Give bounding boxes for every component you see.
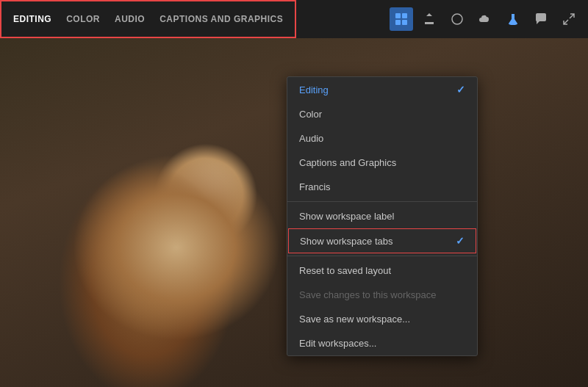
export-icon[interactable] bbox=[417, 7, 441, 31]
dropdown-item-captions-graphics[interactable]: Captions and Graphics bbox=[287, 151, 477, 175]
svg-rect-2 bbox=[395, 20, 401, 25]
dropdown-item-label: Captions and Graphics bbox=[299, 157, 396, 168]
dropdown-item-label: Show workspace label bbox=[299, 211, 394, 222]
tab-captions-graphics[interactable]: CAPTIONS AND GRAPHICS bbox=[152, 1, 290, 37]
speech-bubble-icon[interactable] bbox=[529, 7, 553, 31]
dropdown-divider-2 bbox=[287, 256, 477, 256]
dropdown-item-editing[interactable]: Editing ✓ bbox=[287, 77, 477, 102]
check-show-workspace-tabs: ✓ bbox=[456, 235, 465, 247]
dropdown-item-label: Audio bbox=[299, 133, 323, 144]
dropdown-item-francis[interactable]: Francis bbox=[287, 175, 477, 199]
workspace-dropdown: Editing ✓ Color Audio Captions and Graph… bbox=[287, 76, 478, 356]
cloud-icon[interactable] bbox=[473, 7, 497, 31]
dropdown-item-audio[interactable]: Audio bbox=[287, 126, 477, 151]
dropdown-item-show-workspace-label[interactable]: Show workspace label bbox=[287, 204, 477, 228]
dropdown-item-label: Show workspace tabs bbox=[300, 236, 392, 247]
tab-audio[interactable]: AUDIO bbox=[107, 1, 152, 37]
svg-rect-1 bbox=[402, 13, 407, 18]
dropdown-item-label: Save changes to this workspace bbox=[299, 289, 436, 300]
svg-rect-3 bbox=[402, 20, 407, 25]
dropdown-item-save-new[interactable]: Save as new workspace... bbox=[287, 307, 477, 331]
workspace-tabs-container: EDITING COLOR AUDIO CAPTIONS AND GRAPHIC… bbox=[0, 0, 296, 38]
dropdown-item-label: Save as new workspace... bbox=[299, 314, 410, 325]
tab-editing[interactable]: EDITING bbox=[6, 1, 59, 37]
check-editing: ✓ bbox=[456, 84, 465, 95]
dropdown-item-label: Color bbox=[299, 109, 322, 120]
dropdown-item-label: Editing bbox=[299, 84, 329, 95]
toolbar-icons bbox=[390, 7, 588, 31]
top-bar: EDITING COLOR AUDIO CAPTIONS AND GRAPHIC… bbox=[0, 0, 588, 38]
dropdown-divider-1 bbox=[287, 201, 477, 202]
dropdown-item-save-changes: Save changes to this workspace bbox=[287, 283, 477, 307]
svg-point-4 bbox=[452, 14, 462, 24]
main-content: Editing ✓ Color Audio Captions and Graph… bbox=[0, 38, 588, 387]
dropdown-item-reset-layout[interactable]: Reset to saved layout bbox=[287, 258, 477, 283]
dropdown-item-label: Reset to saved layout bbox=[299, 265, 391, 276]
dropdown-item-edit-workspaces[interactable]: Edit workspaces... bbox=[287, 331, 477, 355]
dropdown-item-label: Edit workspaces... bbox=[299, 338, 377, 349]
dropdown-item-label: Francis bbox=[299, 181, 331, 192]
expand-icon[interactable] bbox=[557, 7, 581, 31]
tab-color[interactable]: COLOR bbox=[59, 1, 107, 37]
dropdown-item-show-workspace-tabs[interactable]: Show workspace tabs ✓ bbox=[288, 228, 476, 253]
svg-rect-0 bbox=[395, 13, 401, 18]
flask-icon[interactable] bbox=[501, 7, 525, 31]
dropdown-item-color[interactable]: Color bbox=[287, 102, 477, 126]
workspaces-icon[interactable] bbox=[390, 7, 413, 31]
circle-icon[interactable] bbox=[445, 7, 469, 31]
